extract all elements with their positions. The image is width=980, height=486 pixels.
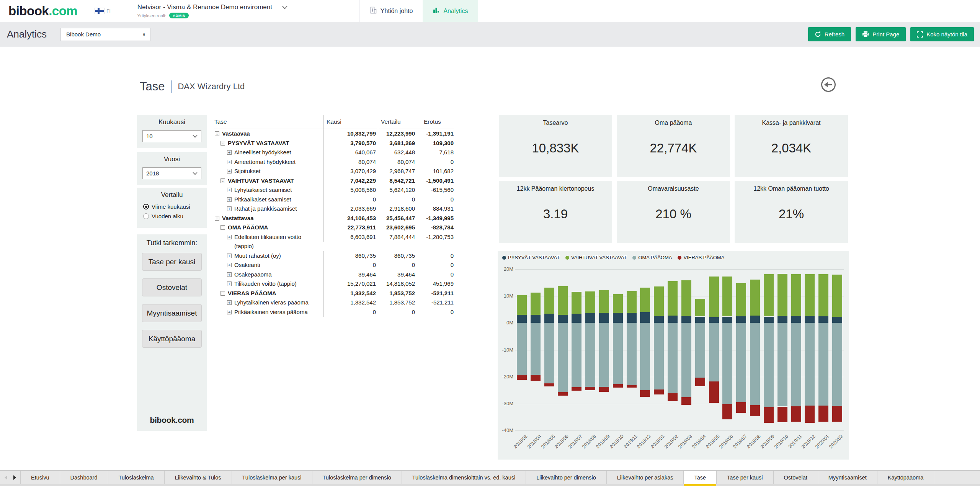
bar-segment-vieras-pääoma[interactable]: [777, 407, 787, 422]
bar-segment-oma-pääoma[interactable]: [695, 323, 705, 377]
workspace-select[interactable]: Bibook Demo ▲▼: [60, 28, 150, 41]
bar-segment-vaihtuvat-vastaavat[interactable]: [750, 280, 760, 316]
page-tab-liikevaihto-tulos[interactable]: Liikevaihto & Tulos: [165, 471, 232, 484]
comparison-option-1[interactable]: Vuoden alku: [143, 211, 207, 221]
bar-segment-vaihtuvat-vastaavat[interactable]: [654, 286, 664, 316]
bar-segment-vieras-pääoma[interactable]: [517, 375, 527, 380]
bar-segment-vaihtuvat-vastaavat[interactable]: [681, 280, 691, 316]
bar-segment-vieras-pääoma[interactable]: [599, 387, 609, 392]
column-header-erotus[interactable]: Erotus: [417, 118, 454, 125]
bar-segment-pysyvät-vastaavat[interactable]: [832, 317, 842, 323]
bar-segment-vaihtuvat-vastaavat[interactable]: [736, 283, 746, 316]
bar-segment-pysyvät-vastaavat[interactable]: [764, 317, 774, 323]
bar-segment-pysyvät-vastaavat[interactable]: [681, 316, 691, 323]
expand-icon[interactable]: +: [227, 310, 232, 314]
expand-icon[interactable]: +: [227, 188, 232, 192]
bar-segment-pysyvät-vastaavat[interactable]: [544, 314, 554, 323]
expand-icon[interactable]: +: [227, 263, 232, 267]
page-tab-tuloslaskelma-dimensioittain-vs-ed-kausi[interactable]: Tuloslaskelma dimensioittain vs. ed. kau…: [402, 471, 526, 484]
expand-icon[interactable]: +: [227, 254, 232, 258]
bar-segment-pysyvät-vastaavat[interactable]: [558, 315, 568, 323]
bar-segment-vieras-pääoma[interactable]: [736, 402, 746, 413]
bar-segment-vieras-pääoma[interactable]: [695, 378, 705, 386]
bar-segment-oma-pääoma[interactable]: [681, 323, 691, 397]
bar-segment-oma-pääoma[interactable]: [627, 323, 637, 385]
bar-segment-vieras-pääoma[interactable]: [764, 407, 774, 423]
bar-segment-pysyvät-vastaavat[interactable]: [517, 315, 527, 323]
expand-icon[interactable]: +: [227, 235, 232, 239]
bar-segment-oma-pääoma[interactable]: [585, 323, 595, 386]
fullscreen-button[interactable]: Koko näytön tila: [910, 27, 974, 41]
page-tab-tase-per-kausi[interactable]: Tase per kausi: [717, 471, 774, 484]
bar-segment-vieras-pääoma[interactable]: [818, 406, 828, 422]
expand-icon[interactable]: +: [227, 281, 232, 286]
bar-segment-vaihtuvat-vastaavat[interactable]: [517, 295, 527, 315]
bar-segment-oma-pääoma[interactable]: [722, 323, 732, 404]
bar-segment-vieras-pääoma[interactable]: [709, 381, 719, 403]
bar-segment-vieras-pääoma[interactable]: [627, 385, 637, 388]
bar-segment-oma-pääoma[interactable]: [544, 323, 554, 383]
comparison-option-0[interactable]: Viime kuukausi: [143, 202, 207, 211]
bar-segment-oma-pääoma[interactable]: [832, 323, 842, 406]
bar-segment-vaihtuvat-vastaavat[interactable]: [558, 286, 568, 314]
page-tab-liikevaihto-per-dimensio[interactable]: Liikevaihto per dimensio: [526, 471, 607, 484]
scroll-right-icon[interactable]: [13, 475, 16, 480]
bar-segment-vieras-pääoma[interactable]: [572, 387, 581, 391]
bar-segment-vaihtuvat-vastaavat[interactable]: [709, 277, 719, 317]
page-tab-myyntisaamiset[interactable]: Myyntisaamiset: [818, 471, 877, 484]
column-header-vertailu[interactable]: Vertailu: [378, 115, 417, 129]
page-tab-ostovelat[interactable]: Ostovelat: [774, 471, 818, 484]
bar-segment-pysyvät-vastaavat[interactable]: [736, 316, 746, 323]
bar-segment-vieras-pääoma[interactable]: [791, 406, 801, 422]
bar-segment-pysyvät-vastaavat[interactable]: [709, 317, 719, 323]
bar-segment-oma-pääoma[interactable]: [613, 323, 623, 384]
bar-segment-oma-pääoma[interactable]: [818, 323, 828, 406]
bar-segment-pysyvät-vastaavat[interactable]: [777, 316, 787, 323]
refresh-button[interactable]: Refresh: [808, 27, 851, 41]
bar-segment-vaihtuvat-vastaavat[interactable]: [599, 290, 609, 313]
bar-segment-vieras-pääoma[interactable]: [531, 375, 541, 381]
expand-icon[interactable]: +: [227, 272, 232, 277]
column-header-kausi[interactable]: Kausi: [323, 115, 378, 129]
bar-segment-vieras-pääoma[interactable]: [681, 397, 691, 405]
bar-segment-pysyvät-vastaavat[interactable]: [572, 314, 581, 323]
page-tab-tuloslaskelma-per-dimensio[interactable]: Tuloslaskelma per dimensio: [312, 471, 402, 484]
bar-segment-vieras-pääoma[interactable]: [668, 393, 678, 401]
bar-segment-oma-pääoma[interactable]: [791, 323, 801, 406]
bar-segment-vaihtuvat-vastaavat[interactable]: [627, 291, 637, 313]
bar-segment-vaihtuvat-vastaavat[interactable]: [544, 288, 554, 313]
year-select[interactable]: 2018: [142, 167, 201, 179]
bar-segment-vaihtuvat-vastaavat[interactable]: [572, 292, 581, 314]
page-tab-dashboard[interactable]: Dashboard: [60, 471, 108, 484]
collapse-icon[interactable]: -: [220, 291, 225, 296]
bar-segment-pysyvät-vastaavat[interactable]: [654, 316, 664, 323]
legend-item[interactable]: VAIHTUVAT VASTAAVAT: [565, 255, 627, 260]
bar-segment-vaihtuvat-vastaavat[interactable]: [531, 293, 541, 315]
bar-segment-oma-pääoma[interactable]: [668, 323, 678, 393]
bar-segment-vaihtuvat-vastaavat[interactable]: [818, 274, 828, 316]
company-selector[interactable]: Netvisor - Visma & Renance Demo envirome…: [137, 0, 336, 22]
bar-segment-vieras-pääoma[interactable]: [585, 387, 595, 390]
bar-segment-oma-pääoma[interactable]: [640, 323, 650, 390]
bar-segment-vaihtuvat-vastaavat[interactable]: [695, 299, 705, 316]
bar-segment-pysyvät-vastaavat[interactable]: [599, 313, 609, 323]
bar-segment-vaihtuvat-vastaavat[interactable]: [791, 274, 801, 316]
bar-segment-oma-pääoma[interactable]: [764, 323, 774, 407]
bar-segment-pysyvät-vastaavat[interactable]: [640, 312, 650, 323]
collapse-icon[interactable]: -: [220, 225, 225, 230]
bar-segment-oma-pääoma[interactable]: [599, 323, 609, 386]
bar-segment-pysyvät-vastaavat[interactable]: [668, 316, 678, 323]
bar-segment-vaihtuvat-vastaavat[interactable]: [764, 274, 774, 317]
bar-segment-pysyvät-vastaavat[interactable]: [791, 316, 801, 323]
bar-segment-oma-pääoma[interactable]: [654, 323, 664, 389]
bar-segment-pysyvät-vastaavat[interactable]: [818, 316, 828, 323]
bar-segment-oma-pääoma[interactable]: [517, 323, 527, 375]
page-tab-tuloslaskelma[interactable]: Tuloslaskelma: [108, 471, 165, 484]
drill-button-ostovelat[interactable]: Ostovelat: [142, 278, 202, 296]
language-switcher[interactable]: FI: [95, 0, 111, 22]
bar-segment-vieras-pääoma[interactable]: [805, 406, 815, 423]
column-header-tase[interactable]: Tase: [214, 118, 323, 125]
scroll-left-icon[interactable]: [5, 475, 7, 480]
legend-item[interactable]: PYSYVÄT VASTAAVAT: [502, 255, 560, 260]
collapse-icon[interactable]: -: [215, 216, 219, 221]
